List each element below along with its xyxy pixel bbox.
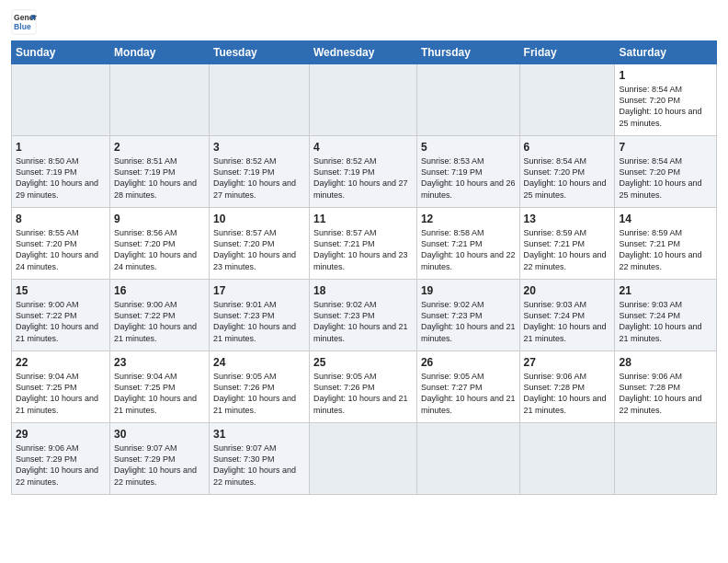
- sunrise: Sunrise: 9:02 AM: [421, 300, 484, 309]
- calendar-cell: 17Sunrise: 9:01 AMSunset: 7:23 PMDayligh…: [209, 280, 309, 351]
- sunset: Sunset: 7:28 PM: [619, 383, 680, 392]
- logo: General Blue: [11, 9, 37, 35]
- calendar-cell: 16Sunrise: 9:00 AMSunset: 7:22 PMDayligh…: [110, 280, 210, 351]
- sunrise: Sunrise: 9:01 AM: [213, 300, 277, 309]
- day-number: 22: [16, 355, 106, 370]
- calendar-cell: 11Sunrise: 8:57 AMSunset: 7:21 PMDayligh…: [309, 208, 416, 280]
- day-number: 27: [524, 355, 611, 370]
- day-number: 7: [619, 140, 712, 155]
- day-number: 24: [213, 355, 305, 370]
- calendar-cell: 9Sunrise: 8:56 AMSunset: 7:20 PMDaylight…: [110, 208, 210, 280]
- day-number: 5: [421, 140, 516, 155]
- daylight-label: Daylight: 10 hours and 21 minutes.: [313, 322, 408, 342]
- sunrise: Sunrise: 8:54 AM: [619, 85, 682, 94]
- daylight-label: Daylight: 10 hours and 21 minutes.: [16, 322, 98, 342]
- sunrise: Sunrise: 9:05 AM: [421, 372, 484, 381]
- daylight-label: Daylight: 10 hours and 23 minutes.: [313, 250, 408, 270]
- sunrise: Sunrise: 9:06 AM: [524, 372, 587, 381]
- calendar-cell: 29Sunrise: 9:06 AMSunset: 7:29 PMDayligh…: [12, 423, 110, 495]
- sunrise: Sunrise: 9:00 AM: [16, 300, 79, 309]
- calendar-cell: 12Sunrise: 8:58 AMSunset: 7:21 PMDayligh…: [416, 208, 519, 280]
- calendar-week-1: 1Sunrise: 8:54 AMSunset: 7:20 PMDaylight…: [12, 64, 717, 136]
- sunset: Sunset: 7:26 PM: [213, 383, 275, 392]
- day-number: 13: [524, 212, 611, 226]
- daylight-label: Daylight: 10 hours and 22 minutes.: [421, 250, 516, 270]
- calendar-cell: [416, 423, 519, 495]
- daylight-label: Daylight: 10 hours and 23 minutes.: [213, 250, 296, 270]
- header: General Blue: [11, 9, 717, 35]
- calendar-cell: 14Sunrise: 8:59 AMSunset: 7:21 PMDayligh…: [615, 208, 717, 280]
- sunrise: Sunrise: 9:04 AM: [114, 372, 177, 381]
- sunset: Sunset: 7:19 PM: [421, 167, 483, 177]
- calendar-week-4: 15Sunrise: 9:00 AMSunset: 7:22 PMDayligh…: [12, 280, 717, 351]
- daylight-label: Daylight: 10 hours and 21 minutes.: [524, 322, 607, 342]
- sunrise: Sunrise: 9:07 AM: [114, 443, 177, 453]
- day-number: 11: [313, 212, 413, 226]
- day-number: 16: [114, 283, 205, 298]
- day-number: 2: [114, 140, 205, 155]
- day-number: 26: [421, 355, 516, 370]
- day-number: 3: [213, 140, 305, 155]
- calendar-cell: 24Sunrise: 9:05 AMSunset: 7:26 PMDayligh…: [209, 351, 309, 423]
- calendar-table: SundayMondayTuesdayWednesdayThursdayFrid…: [11, 40, 717, 495]
- day-header-monday: Monday: [110, 41, 210, 64]
- calendar-cell: [416, 64, 519, 136]
- calendar-cell: 8Sunrise: 8:55 AMSunset: 7:20 PMDaylight…: [12, 208, 110, 280]
- daylight-label: Daylight: 10 hours and 25 minutes.: [524, 178, 607, 199]
- sunset: Sunset: 7:20 PM: [16, 239, 77, 248]
- sunrise: Sunrise: 8:57 AM: [313, 228, 377, 237]
- sunset: Sunset: 7:26 PM: [313, 383, 375, 392]
- daylight-label: Daylight: 10 hours and 22 minutes.: [114, 465, 197, 486]
- day-number: 30: [114, 427, 205, 442]
- calendar-cell: [519, 423, 615, 495]
- sunset: Sunset: 7:21 PM: [313, 239, 375, 248]
- calendar-week-5: 22Sunrise: 9:04 AMSunset: 7:25 PMDayligh…: [12, 351, 717, 423]
- day-number: 17: [213, 283, 305, 298]
- calendar-cell: 15Sunrise: 9:00 AMSunset: 7:22 PMDayligh…: [12, 280, 110, 351]
- day-number: 14: [619, 212, 712, 226]
- sunset: Sunset: 7:27 PM: [421, 383, 483, 392]
- calendar-cell: 3Sunrise: 8:52 AMSunset: 7:19 PMDaylight…: [209, 136, 309, 208]
- calendar-cell: 10Sunrise: 8:57 AMSunset: 7:20 PMDayligh…: [209, 208, 309, 280]
- calendar-cell: 1Sunrise: 8:50 AMSunset: 7:19 PMDaylight…: [12, 136, 110, 208]
- calendar-cell: 7Sunrise: 8:54 AMSunset: 7:20 PMDaylight…: [615, 136, 717, 208]
- daylight-label: Daylight: 10 hours and 21 minutes.: [421, 394, 516, 414]
- daylight-label: Daylight: 10 hours and 22 minutes.: [213, 465, 296, 486]
- calendar-cell: 27Sunrise: 9:06 AMSunset: 7:28 PMDayligh…: [519, 351, 615, 423]
- calendar-cell: [309, 423, 416, 495]
- calendar-cell: [309, 64, 416, 136]
- sunset: Sunset: 7:20 PM: [619, 167, 680, 177]
- calendar-cell: 22Sunrise: 9:04 AMSunset: 7:25 PMDayligh…: [12, 351, 110, 423]
- sunset: Sunset: 7:25 PM: [16, 383, 77, 392]
- sunrise: Sunrise: 9:06 AM: [16, 443, 79, 453]
- daylight-label: Daylight: 10 hours and 22 minutes.: [619, 250, 701, 270]
- calendar-cell: 1Sunrise: 8:54 AMSunset: 7:20 PMDaylight…: [615, 64, 717, 136]
- sunset: Sunset: 7:24 PM: [524, 311, 586, 320]
- calendar-cell: [615, 423, 717, 495]
- daylight-label: Daylight: 10 hours and 21 minutes.: [313, 394, 408, 414]
- calendar-week-3: 8Sunrise: 8:55 AMSunset: 7:20 PMDaylight…: [12, 208, 717, 280]
- daylight-label: Daylight: 10 hours and 27 minutes.: [213, 178, 296, 199]
- sunrise: Sunrise: 8:51 AM: [114, 156, 177, 166]
- sunset: Sunset: 7:19 PM: [313, 167, 375, 177]
- daylight-label: Daylight: 10 hours and 29 minutes.: [16, 178, 98, 199]
- sunset: Sunset: 7:29 PM: [114, 454, 176, 464]
- daylight-label: Daylight: 10 hours and 22 minutes.: [524, 250, 607, 270]
- daylight-label: Daylight: 10 hours and 21 minutes.: [524, 394, 607, 414]
- calendar-cell: [12, 64, 110, 136]
- calendar-cell: 4Sunrise: 8:52 AMSunset: 7:19 PMDaylight…: [309, 136, 416, 208]
- calendar-cell: 30Sunrise: 9:07 AMSunset: 7:29 PMDayligh…: [110, 423, 210, 495]
- calendar-cell: [110, 64, 210, 136]
- sunset: Sunset: 7:20 PM: [213, 239, 275, 248]
- sunset: Sunset: 7:20 PM: [619, 96, 680, 105]
- daylight-label: Daylight: 10 hours and 21 minutes.: [114, 322, 197, 342]
- day-number: 4: [313, 140, 413, 155]
- sunrise: Sunrise: 8:57 AM: [213, 228, 277, 237]
- sunrise: Sunrise: 9:00 AM: [114, 300, 177, 309]
- calendar-cell: [209, 64, 309, 136]
- day-number: 1: [619, 68, 712, 83]
- sunrise: Sunrise: 8:54 AM: [619, 156, 682, 166]
- svg-text:Blue: Blue: [14, 22, 31, 31]
- day-header-thursday: Thursday: [416, 41, 519, 64]
- daylight-label: Daylight: 10 hours and 24 minutes.: [16, 250, 98, 270]
